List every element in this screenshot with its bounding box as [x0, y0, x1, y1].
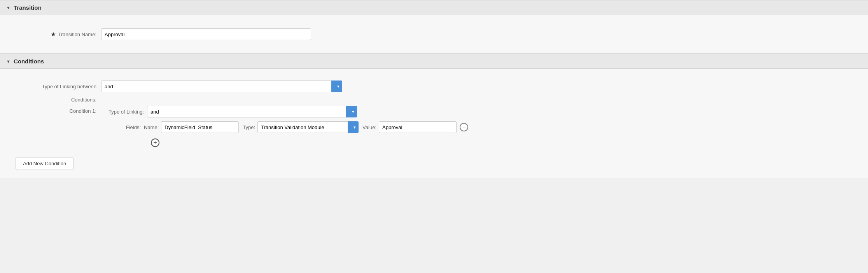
add-condition-wrapper: Add New Condition	[0, 151, 868, 170]
linking-between-select[interactable]: and or	[101, 80, 342, 92]
required-star: ★	[51, 32, 56, 37]
conditions-label-row: Conditions:	[0, 96, 868, 103]
conditions-section-header: ▼ Conditions	[0, 54, 868, 69]
transition-section-title: Transition	[14, 4, 42, 11]
transition-name-row: ★ Transition Name:	[0, 24, 868, 44]
condition1-fields-row: Fields: Name: Type: Transition Validatio…	[101, 121, 468, 133]
condition1-fields-label: Fields:	[101, 124, 144, 130]
add-field-button[interactable]: +	[151, 138, 159, 147]
transition-section-body: ★ Transition Name:	[0, 15, 868, 53]
field-type-label: Type:	[243, 124, 255, 130]
conditions-section: ▼ Conditions Type of Linking between and…	[0, 54, 868, 178]
condition1-type-select-wrapper: and or ▾	[147, 106, 357, 117]
linking-between-row: Type of Linking between and or ▾	[0, 77, 868, 96]
field-name-input[interactable]	[161, 121, 239, 133]
add-field-row: +	[148, 138, 468, 147]
transition-name-input[interactable]	[101, 28, 311, 40]
condition1-type-select[interactable]: and or	[147, 106, 357, 117]
transition-section-header: ▼ Transition	[0, 0, 868, 15]
conditions-section-body: Type of Linking between and or ▾ Conditi…	[0, 69, 868, 178]
condition1-row: Condition 1: Type of Linking: and or ▾	[0, 103, 868, 151]
transition-collapse-arrow[interactable]: ▼	[6, 5, 10, 10]
conditions-collapse-arrow[interactable]: ▼	[6, 59, 10, 64]
condition1-type-row: Type of Linking: and or ▾	[101, 106, 468, 117]
field-value-input[interactable]	[379, 121, 457, 133]
condition1-type-label: Type of Linking:	[101, 109, 144, 115]
field-type-select-wrapper: Transition Validation Module ▾	[257, 121, 359, 133]
condition1-inner: Type of Linking: and or ▾ Fields: Name: …	[101, 106, 468, 147]
remove-field-button[interactable]: −	[460, 123, 468, 131]
condition1-label: Condition 1:	[16, 106, 101, 114]
linking-between-select-wrapper: and or ▾	[101, 80, 342, 92]
add-new-condition-button[interactable]: Add New Condition	[16, 157, 74, 170]
conditions-section-title: Conditions	[14, 58, 44, 65]
transition-section: ▼ Transition ★ Transition Name:	[0, 0, 868, 53]
field-type-select[interactable]: Transition Validation Module	[257, 121, 359, 133]
field-name-label: Name:	[144, 124, 159, 130]
transition-name-label: ★ Transition Name:	[16, 32, 101, 37]
linking-between-label: Type of Linking between	[16, 84, 101, 89]
field-value-label: Value:	[362, 124, 376, 130]
conditions-label: Conditions:	[16, 97, 101, 103]
